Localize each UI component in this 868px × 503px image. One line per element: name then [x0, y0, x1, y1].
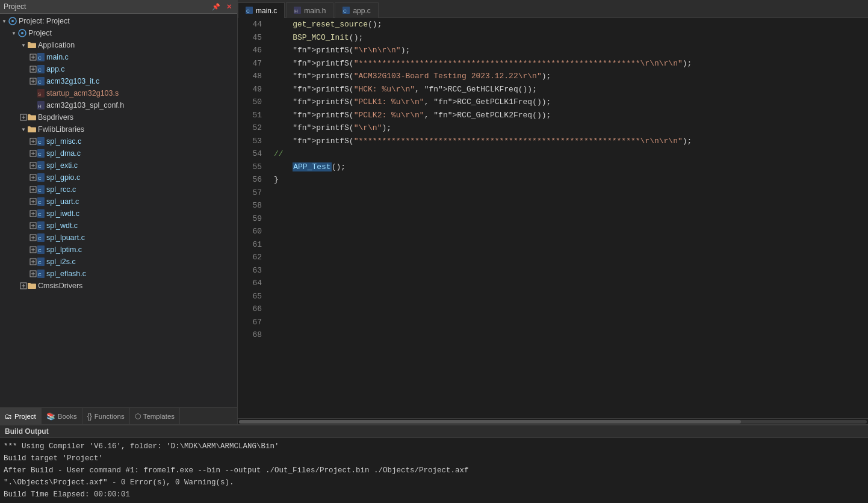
tree-item-application[interactable]: ▼Application — [0, 39, 237, 51]
file-icon-spl-eflash-c: C — [37, 270, 45, 278]
file-icon-fwliblibraries — [28, 126, 36, 133]
file-icon-main-c: C — [37, 53, 45, 61]
tree-item-fwliblibraries[interactable]: ▼FwlibLibraries — [0, 123, 237, 135]
toggle-main-c[interactable] — [29, 54, 37, 61]
line-num-52: 52 — [241, 122, 262, 135]
tab-templates[interactable]: ⬡ Templates — [130, 408, 180, 424]
toggle-spl-i2s-c[interactable] — [29, 258, 37, 265]
file-icon-spl-dma-c: C — [37, 149, 45, 158]
tree-item-spl-misc-c[interactable]: Cspl_misc.c — [0, 135, 237, 147]
toggle-acm32g103-it[interactable] — [29, 78, 37, 85]
code-line-68 — [274, 329, 868, 342]
svg-text:C: C — [38, 236, 42, 241]
pin-icon[interactable]: 📌 — [210, 3, 222, 11]
tree-label-app-c: app.c — [46, 65, 65, 73]
toggle-project-root[interactable]: ▼ — [0, 19, 8, 24]
close-icon[interactable]: ✕ — [225, 3, 234, 11]
toggle-spl-lpuart-c[interactable] — [29, 234, 37, 241]
tree-item-project-node[interactable]: ▼Project — [0, 27, 237, 39]
tree-item-spl-eflash-c[interactable]: Cspl_eflash.c — [0, 268, 237, 280]
toggle-project-node[interactable]: ▼ — [10, 31, 18, 36]
toggle-spl-lptim-c[interactable] — [29, 246, 37, 253]
tree-label-spl-uart-c: spl_uart.c — [46, 197, 79, 206]
toggle-spl-gpio-c[interactable] — [29, 174, 37, 181]
tree-item-project-root[interactable]: ▼Project: Project — [0, 15, 237, 27]
scrollbar-track[interactable] — [239, 420, 867, 424]
file-icon-spl-i2s-c: C — [37, 258, 45, 266]
toggle-app-c[interactable] — [29, 66, 37, 73]
tab-books[interactable]: 📚 Books — [42, 408, 82, 424]
editor-tab-main-c[interactable]: Cmain.c — [238, 2, 285, 18]
tab-project[interactable]: 🗂 Project — [0, 408, 42, 424]
file-icon-spl-rcc-c: C — [37, 185, 45, 194]
line-num-62: 62 — [241, 251, 262, 264]
toggle-spl-misc-c[interactable] — [29, 138, 37, 145]
tree-item-cmsisdrivers[interactable]: CmsisDrivers — [0, 280, 237, 292]
file-icon-project-root — [8, 17, 17, 25]
tree-item-acm32g103-spl-conf[interactable]: Hacm32g103_spl_conf.h — [0, 99, 237, 111]
editor-tab-app-c[interactable]: Capp.c — [335, 2, 378, 18]
toggle-spl-rcc-c[interactable] — [29, 186, 37, 193]
line-num-66: 66 — [241, 303, 262, 316]
editor-tab-main-h[interactable]: Hmain.h — [286, 2, 333, 18]
tree-item-spl-lptim-c[interactable]: Cspl_lptim.c — [0, 244, 237, 256]
file-icon-application — [28, 42, 36, 49]
svg-text:C: C — [38, 248, 42, 253]
tree-item-spl-lpuart-c[interactable]: Cspl_lpuart.c — [0, 232, 237, 244]
tree-item-spl-rcc-c[interactable]: Cspl_rcc.c — [0, 184, 237, 196]
toggle-spl-exti-c[interactable] — [29, 162, 37, 169]
build-line: ".\Objects\Project.axf" - 0 Error(s), 0 … — [4, 477, 864, 489]
tree-label-startup: startup_acm32g103.s — [46, 89, 119, 97]
code-line-64 — [274, 277, 868, 290]
svg-text:C: C — [38, 176, 42, 181]
toggle-cmsisdrivers[interactable] — [19, 282, 28, 289]
tree-item-spl-iwdt-c[interactable]: Cspl_iwdt.c — [0, 208, 237, 220]
file-icon-acm32g103-it: C — [37, 77, 45, 85]
tree-label-acm32g103-spl-conf: acm32g103_spl_conf.h — [46, 101, 124, 110]
toggle-spl-eflash-c[interactable] — [29, 270, 37, 277]
svg-point-3 — [21, 32, 23, 34]
toggle-application[interactable]: ▼ — [19, 43, 28, 48]
toggle-spl-wdt-c[interactable] — [29, 222, 37, 229]
tab-c-icon: C — [246, 7, 253, 15]
tree-item-spl-exti-c[interactable]: Cspl_exti.c — [0, 159, 237, 171]
tree-label-spl-lpuart-c: spl_lpuart.c — [46, 233, 85, 242]
tree-item-main-c[interactable]: Cmain.c — [0, 51, 237, 63]
tree-item-startup[interactable]: Sstartup_acm32g103.s — [0, 87, 237, 99]
toggle-spl-dma-c[interactable] — [29, 150, 37, 157]
tree-item-bspdrivers[interactable]: Bspdrivers — [0, 111, 237, 123]
svg-text:C: C — [38, 152, 42, 157]
line-num-57: 57 — [241, 187, 262, 200]
file-icon-spl-lptim-c: C — [37, 245, 45, 254]
scrollbar-thumb[interactable] — [239, 420, 741, 424]
line-num-49: 49 — [241, 83, 262, 96]
editor-scrollbar[interactable] — [238, 418, 868, 424]
code-line-60 — [274, 225, 868, 238]
svg-text:C: C — [38, 188, 42, 193]
tab-project-label: Project — [14, 413, 36, 420]
code-line-49: "fn">printfS("HCK: %u\r\n", "fn">RCC_Get… — [274, 83, 868, 96]
line-num-63: 63 — [241, 264, 262, 277]
code-line-67 — [274, 316, 868, 329]
tab-label-main-h: main.h — [304, 7, 326, 15]
toggle-fwliblibraries[interactable]: ▼ — [19, 127, 28, 132]
sidebar-title: Project — [4, 2, 26, 11]
tree-item-app-c[interactable]: Capp.c — [0, 63, 237, 75]
line-num-45: 45 — [241, 31, 262, 45]
toggle-spl-uart-c[interactable] — [29, 198, 37, 205]
sidebar-header: Project 📌 ✕ — [0, 0, 237, 14]
toggle-spl-iwdt-c[interactable] — [29, 210, 37, 217]
toggle-bspdrivers[interactable] — [19, 114, 28, 121]
code-area[interactable]: get_reset_source(); BSP_MCO_Init(); "fn"… — [268, 18, 868, 418]
tree-label-spl-wdt-c: spl_wdt.c — [46, 221, 78, 230]
tree-item-spl-dma-c[interactable]: Cspl_dma.c — [0, 147, 237, 159]
tree-item-spl-uart-c[interactable]: Cspl_uart.c — [0, 196, 237, 208]
tree-item-spl-wdt-c[interactable]: Cspl_wdt.c — [0, 220, 237, 232]
svg-text:C: C — [246, 8, 250, 14]
tree-item-spl-i2s-c[interactable]: Cspl_i2s.c — [0, 256, 237, 268]
tree-item-spl-gpio-c[interactable]: Cspl_gpio.c — [0, 171, 237, 184]
file-icon-spl-misc-c: C — [37, 137, 45, 146]
tree-item-acm32g103-it[interactable]: Cacm32g103_it.c — [0, 75, 237, 87]
code-line-48: "fn">printfS("ACM32G103-Board Testing 20… — [274, 70, 868, 83]
tab-functions[interactable]: {} Functions — [82, 408, 130, 424]
